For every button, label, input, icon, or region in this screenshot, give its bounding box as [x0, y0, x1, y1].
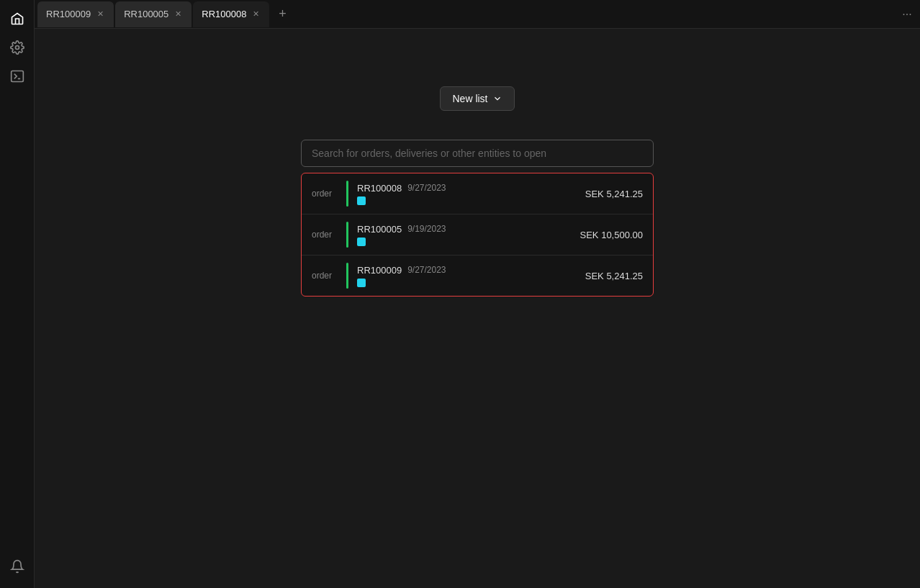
add-tab-button[interactable]: + — [272, 4, 292, 24]
main-area: RR100009 ✕ RR100005 ✕ RR100008 ✕ + ··· N… — [35, 0, 920, 588]
tab-rr100008-label: RR100008 — [202, 9, 246, 19]
tab-rr100008[interactable]: RR100008 ✕ — [193, 1, 269, 27]
sidebar — [0, 0, 35, 588]
table-row[interactable]: order RR100008 9/27/2023 SEK 5,241.25 — [302, 173, 653, 214]
search-container — [301, 140, 654, 167]
table-row[interactable]: order RR100009 9/27/2023 SEK 5,241.25 — [302, 255, 653, 296]
results-list: order RR100008 9/27/2023 SEK 5,241.25 or… — [301, 173, 654, 297]
result-date-3: 9/27/2023 — [407, 265, 446, 275]
result-title-row-2: RR100005 9/19/2023 — [357, 224, 572, 235]
result-amount-3: SEK 5,241.25 — [585, 271, 643, 281]
result-info-1: RR100008 9/27/2023 — [357, 183, 577, 205]
result-title-row-1: RR100008 9/27/2023 — [357, 183, 577, 194]
tab-bar: RR100009 ✕ RR100005 ✕ RR100008 ✕ + ··· — [35, 0, 920, 29]
tab-rr100008-close[interactable]: ✕ — [251, 9, 261, 19]
result-info-2: RR100005 9/19/2023 — [357, 224, 572, 246]
tab-rr100009[interactable]: RR100009 ✕ — [37, 1, 114, 27]
result-badge-3 — [357, 279, 366, 287]
tab-rr100009-label: RR100009 — [46, 9, 91, 19]
sidebar-bottom — [4, 553, 30, 582]
sidebar-terminal[interactable] — [4, 63, 30, 89]
result-badge-2 — [357, 238, 366, 246]
result-title-row-3: RR100009 9/27/2023 — [357, 265, 577, 276]
sidebar-notifications[interactable] — [4, 553, 30, 579]
tab-rr100005[interactable]: RR100005 ✕ — [115, 1, 191, 27]
tab-more-button[interactable]: ··· — [897, 4, 917, 24]
tab-rr100009-close[interactable]: ✕ — [95, 9, 105, 19]
result-type-3: order — [312, 271, 338, 281]
result-info-3: RR100009 9/27/2023 — [357, 265, 577, 287]
new-list-button[interactable]: New list — [440, 86, 514, 111]
result-bar-2 — [346, 222, 348, 248]
result-date-1: 9/27/2023 — [407, 183, 446, 193]
result-bar-3 — [346, 263, 348, 289]
content-area: New list order RR100008 9/27/2023 — [35, 29, 920, 588]
search-input[interactable] — [301, 140, 654, 167]
result-type-2: order — [312, 230, 338, 240]
result-id-3: RR100009 — [357, 265, 402, 276]
tab-rr100005-close[interactable]: ✕ — [173, 9, 183, 19]
result-amount-1: SEK 5,241.25 — [585, 189, 643, 199]
result-id-2: RR100005 — [357, 224, 402, 235]
chevron-down-icon — [492, 94, 502, 104]
result-bar-1 — [346, 181, 348, 207]
result-amount-2: SEK 10,500.00 — [580, 230, 643, 240]
sidebar-home[interactable] — [4, 6, 30, 32]
new-list-label: New list — [452, 93, 487, 104]
table-row[interactable]: order RR100005 9/19/2023 SEK 10,500.00 — [302, 214, 653, 255]
result-date-2: 9/19/2023 — [407, 224, 446, 234]
result-badge-1 — [357, 196, 366, 205]
tab-rr100005-label: RR100005 — [124, 9, 168, 19]
svg-point-0 — [15, 46, 19, 50]
result-id-1: RR100008 — [357, 183, 402, 194]
result-type-1: order — [312, 189, 338, 199]
sidebar-settings[interactable] — [4, 35, 30, 60]
